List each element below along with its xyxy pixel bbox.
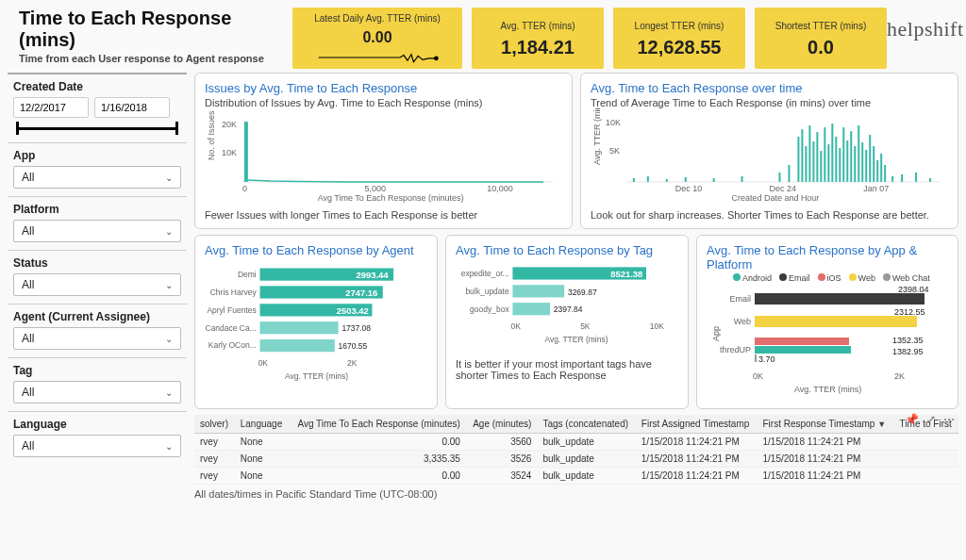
divider bbox=[8, 304, 187, 305]
chart-by-app-platform[interactable]: App Email 2398.04 Web 2312.55 thredUP 13… bbox=[707, 285, 948, 398]
filter-app-select[interactable]: All ⌄ bbox=[13, 166, 181, 189]
table-row[interactable]: rvey None 0.00 3524 bulk_update 1/15/201… bbox=[194, 468, 958, 485]
filter-status-select[interactable]: All ⌄ bbox=[13, 273, 181, 296]
svg-text:expedite_or...: expedite_or... bbox=[461, 269, 509, 278]
svg-rect-32 bbox=[846, 140, 848, 182]
svg-rect-19 bbox=[797, 137, 799, 182]
col-tags[interactable]: Tags (concatenated) bbox=[537, 415, 635, 434]
svg-rect-38 bbox=[869, 135, 871, 182]
card-by-tag-footer: It is better if your most important tags… bbox=[456, 358, 678, 381]
svg-text:10K: 10K bbox=[222, 148, 237, 157]
x-axis-label: Avg. TTER (mins) bbox=[285, 371, 348, 381]
svg-text:Candace Ca...: Candace Ca... bbox=[206, 323, 257, 333]
svg-text:0K: 0K bbox=[258, 358, 269, 368]
filter-tag-select[interactable]: All ⌄ bbox=[13, 381, 181, 404]
col-first-response[interactable]: First Response Timestamp ▼ bbox=[757, 415, 893, 434]
col-resolver[interactable]: solver) bbox=[194, 415, 235, 434]
kpi-avg: Avg. TTER (mins) 1,184.21 bbox=[472, 8, 604, 69]
svg-rect-90 bbox=[755, 354, 757, 362]
col-age[interactable]: Age (minutes) bbox=[466, 415, 538, 434]
filter-agent-select[interactable]: All ⌄ bbox=[13, 327, 181, 350]
col-avg[interactable]: Avg Time To Each Response (minutes) bbox=[289, 415, 466, 434]
date-start-input[interactable] bbox=[13, 97, 89, 118]
card-distribution: Issues by Avg. Time to Each Response Dis… bbox=[194, 73, 573, 229]
svg-text:Dec 24: Dec 24 bbox=[770, 184, 796, 193]
kpi-longest: Longest TTER (mins) 12,628.55 bbox=[613, 8, 745, 69]
svg-rect-35 bbox=[858, 125, 859, 182]
svg-rect-25 bbox=[820, 151, 822, 182]
card-over-time-footer: Look out for sharp increases. Shorter Ti… bbox=[591, 209, 948, 221]
svg-text:Karly OCon...: Karly OCon... bbox=[208, 340, 257, 350]
svg-text:Jan 07: Jan 07 bbox=[863, 184, 889, 193]
svg-rect-16 bbox=[741, 176, 743, 182]
date-slider[interactable] bbox=[17, 122, 177, 135]
svg-text:3269.87: 3269.87 bbox=[568, 288, 597, 297]
filter-status-label: Status bbox=[13, 256, 181, 270]
filter-app-value: All bbox=[22, 171, 34, 184]
svg-rect-83 bbox=[755, 316, 917, 327]
svg-text:10K: 10K bbox=[606, 118, 621, 127]
svg-text:1737.08: 1737.08 bbox=[341, 323, 371, 333]
svg-rect-13 bbox=[666, 179, 668, 182]
svg-text:3.70: 3.70 bbox=[758, 354, 775, 364]
more-icon[interactable]: ⋯ bbox=[943, 413, 955, 426]
svg-rect-34 bbox=[854, 146, 856, 182]
svg-rect-21 bbox=[805, 146, 807, 182]
col-first-assigned[interactable]: First Assigned Timestamp bbox=[636, 415, 758, 434]
filter-agent-value: All bbox=[22, 332, 34, 345]
svg-rect-60 bbox=[260, 321, 339, 334]
svg-text:2312.55: 2312.55 bbox=[894, 307, 925, 317]
svg-text:1382.95: 1382.95 bbox=[892, 347, 924, 356]
focus-icon[interactable]: ⤢ bbox=[926, 413, 936, 426]
kpi-avg-value: 1,184.21 bbox=[481, 37, 594, 58]
chart-over-time[interactable]: Avg. TTER (mins) 10K 5K bbox=[591, 108, 948, 203]
slider-thumb-right[interactable] bbox=[175, 122, 178, 135]
svg-rect-46 bbox=[929, 178, 931, 182]
svg-rect-42 bbox=[884, 165, 886, 182]
y-axis-label: App bbox=[711, 326, 721, 341]
x-axis-label: Avg. TTER (mins) bbox=[794, 385, 861, 394]
svg-text:20K: 20K bbox=[222, 120, 237, 129]
filter-created-date-label: Created Date bbox=[13, 80, 181, 93]
chart-by-tag[interactable]: expedite_or... 8521.38 bulk_update 3269.… bbox=[456, 257, 678, 352]
filter-platform-select[interactable]: All ⌄ bbox=[13, 220, 181, 242]
filter-tag-value: All bbox=[22, 386, 34, 399]
svg-rect-41 bbox=[880, 154, 882, 182]
card-over-time-title: Avg. Time to Each Response over time bbox=[591, 81, 948, 95]
x-axis-label: Avg. TTER (mins) bbox=[544, 335, 608, 344]
card-by-app-platform: Avg. Time to Each Response by App & Plat… bbox=[696, 235, 958, 409]
svg-text:2K: 2K bbox=[347, 358, 358, 368]
kpi-latest: Latest Daily Avg. TTER (mins) 0.00 bbox=[292, 8, 462, 69]
legend: Android Email iOS Web Web Chat bbox=[733, 273, 948, 283]
svg-rect-12 bbox=[647, 176, 649, 182]
chart-distribution[interactable]: No. of Issues 20K 10K 0 5,000 10,000 Avg… bbox=[205, 108, 562, 203]
svg-text:2503.42: 2503.42 bbox=[337, 305, 369, 316]
kpi-shortest: Shortest TTER (mins) 0.0 bbox=[755, 8, 887, 69]
filter-language-select[interactable]: All ⌄ bbox=[13, 435, 181, 457]
svg-rect-15 bbox=[713, 178, 715, 182]
chevron-down-icon: ⌄ bbox=[165, 334, 173, 344]
svg-rect-80 bbox=[755, 293, 924, 305]
svg-text:Apryl Fuentes: Apryl Fuentes bbox=[207, 305, 256, 315]
kpi-shortest-value: 0.0 bbox=[764, 37, 877, 58]
card-over-time: Avg. Time to Each Response over time Tre… bbox=[580, 73, 958, 229]
svg-rect-30 bbox=[839, 148, 841, 182]
table-row[interactable]: rvey None 3,335.35 3526 bulk_update 1/15… bbox=[194, 451, 958, 468]
chart-by-agent[interactable]: Demi 2993.44 Chris Harvey 2747.16 Apryl … bbox=[205, 257, 427, 389]
svg-rect-33 bbox=[850, 131, 852, 182]
y-axis-label: No. of Issues bbox=[207, 110, 216, 160]
card-distribution-subtitle: Distribution of Issues by Avg. Time to E… bbox=[205, 97, 562, 108]
table-row[interactable]: rvey None 0.00 3560 bulk_update 1/15/201… bbox=[194, 434, 958, 451]
filter-sidebar: Created Date App All ⌄ Platform All ⌄ bbox=[8, 73, 187, 548]
col-language[interactable]: Language bbox=[235, 415, 289, 434]
svg-text:Web: Web bbox=[734, 317, 751, 326]
brand-logo: helpshift bbox=[887, 8, 966, 41]
date-end-input[interactable] bbox=[94, 97, 170, 118]
data-table[interactable]: solver) Language Avg Time To Each Respon… bbox=[194, 415, 958, 485]
slider-thumb-left[interactable] bbox=[16, 122, 19, 135]
svg-rect-18 bbox=[788, 165, 790, 182]
svg-rect-14 bbox=[685, 177, 687, 182]
chevron-down-icon: ⌄ bbox=[165, 387, 173, 398]
svg-rect-45 bbox=[915, 173, 917, 182]
pin-icon[interactable]: 📌 bbox=[905, 413, 919, 426]
